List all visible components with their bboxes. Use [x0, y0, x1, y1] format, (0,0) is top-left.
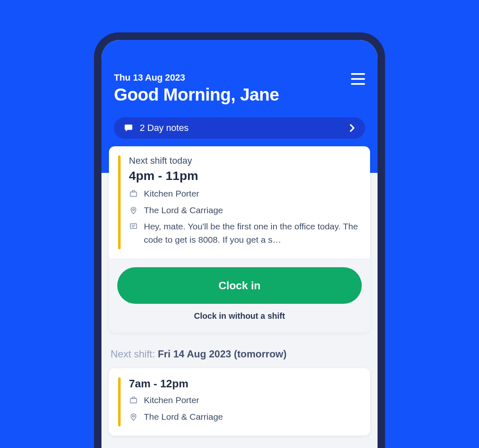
location-icon — [129, 205, 138, 216]
chevron-right-icon — [349, 124, 355, 132]
hamburger-menu-icon[interactable] — [351, 73, 365, 85]
day-notes-button[interactable]: 2 Day notes — [114, 117, 365, 139]
location-icon — [129, 411, 138, 422]
svg-rect-3 — [131, 399, 137, 403]
svg-point-4 — [133, 415, 134, 417]
svg-point-1 — [133, 209, 134, 210]
briefcase-icon — [129, 395, 138, 406]
clock-in-without-shift-link[interactable]: Clock in without a shift — [117, 311, 362, 321]
note-icon — [129, 221, 138, 232]
briefcase-icon — [129, 188, 138, 199]
content: Next shift today 4pm - 11pm Kitchen Port… — [101, 146, 378, 436]
header-date: Thu 13 Aug 2023 — [114, 72, 365, 83]
clock-in-button[interactable]: Clock in — [117, 267, 362, 304]
next-shift-date: Fri 14 Aug 2023 (tomorrow) — [158, 348, 286, 359]
next-shift-role: Kitchen Porter — [144, 394, 361, 407]
shift-location: The Lord & Carriage — [144, 204, 361, 217]
svg-rect-2 — [131, 224, 137, 229]
shift-details: Next shift today 4pm - 11pm Kitchen Port… — [109, 146, 370, 258]
screen: Thu 13 Aug 2023 Good Morning, Jane 2 Day… — [101, 40, 378, 448]
chat-icon — [124, 123, 133, 133]
svg-rect-0 — [131, 192, 137, 197]
accent-bar — [118, 377, 121, 426]
header-greeting: Good Morning, Jane — [114, 85, 365, 105]
next-shift-prefix: Next shift: — [111, 348, 158, 359]
next-shift-header: Next shift: Fri 14 Aug 2023 (tomorrow) — [111, 348, 370, 360]
next-shift-time: 7am - 12pm — [129, 377, 361, 390]
shift-role: Kitchen Porter — [144, 187, 361, 200]
next-shift-card: 7am - 12pm Kitchen Porter The Lord & Car… — [109, 368, 370, 436]
next-shift-location: The Lord & Carriage — [144, 410, 361, 423]
actions: Clock in Clock in without a shift — [109, 258, 370, 332]
accent-bar — [118, 155, 121, 249]
phone-frame: Thu 13 Aug 2023 Good Morning, Jane 2 Day… — [94, 32, 385, 448]
day-notes-label: 2 Day notes — [140, 123, 349, 133]
shift-note: Hey, mate. You'll be the first one in th… — [144, 220, 361, 246]
shift-time: 4pm - 11pm — [129, 169, 361, 183]
today-shift-card: Next shift today 4pm - 11pm Kitchen Port… — [109, 146, 370, 332]
shift-label: Next shift today — [129, 155, 361, 166]
